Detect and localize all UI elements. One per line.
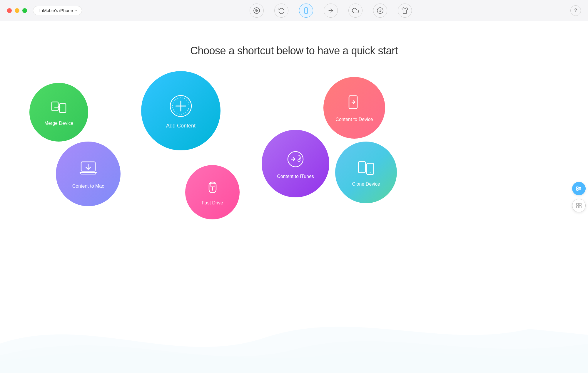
nav-icons: iOS	[91, 4, 570, 18]
svg-text:iOS: iOS	[328, 10, 331, 11]
list-view-button[interactable]	[572, 182, 586, 195]
svg-point-21	[288, 152, 303, 167]
content-to-device-button[interactable]: Content to Device	[323, 77, 385, 139]
help-button[interactable]: ?	[570, 5, 581, 16]
shortcuts-container: Merge Device Add Content	[0, 74, 564, 373]
apple-icon: 	[38, 8, 40, 13]
main-content: Choose a shortcut below to have a quick …	[0, 21, 588, 373]
nav-toolkit-button[interactable]	[398, 4, 412, 18]
nav-device-button[interactable]	[299, 4, 313, 18]
nav-backup-button[interactable]	[274, 4, 288, 18]
minimize-button[interactable]	[15, 8, 19, 13]
content-itunes-icon	[284, 148, 307, 172]
merge-device-button[interactable]: Merge Device	[29, 83, 88, 142]
svg-rect-27	[577, 187, 578, 189]
add-content-label: Add Content	[166, 123, 196, 129]
content-device-icon	[344, 93, 364, 115]
clone-icon	[356, 158, 376, 179]
content-mac-label: Content to Mac	[72, 184, 104, 189]
clone-device-button[interactable]: Clone Device	[335, 142, 397, 203]
maximize-button[interactable]	[22, 8, 27, 13]
grid-view-button[interactable]	[572, 199, 586, 212]
nav-music-button[interactable]	[250, 4, 264, 18]
page-title: Choose a shortcut below to have a quick …	[0, 45, 588, 57]
svg-point-22	[298, 159, 300, 162]
close-button[interactable]	[7, 8, 12, 13]
svg-rect-33	[579, 203, 581, 205]
svg-rect-28	[577, 189, 578, 190]
fast-drive-button[interactable]: Fast Drive	[185, 165, 240, 219]
fast-drive-label: Fast Drive	[202, 200, 223, 206]
merge-device-label: Merge Device	[44, 121, 74, 126]
svg-rect-34	[577, 206, 579, 208]
svg-rect-8	[59, 104, 66, 112]
device-name: iMobie's iPhone	[42, 8, 73, 13]
content-to-mac-button[interactable]: Content to Mac	[56, 142, 121, 206]
content-device-label: Content to Device	[335, 117, 373, 122]
merge-icon	[49, 98, 68, 118]
svg-rect-35	[579, 206, 581, 208]
add-content-button[interactable]: Add Content	[141, 71, 220, 150]
svg-rect-19	[210, 183, 215, 186]
svg-rect-7	[52, 102, 58, 111]
device-selector[interactable]:  iMobie's iPhone ▾	[33, 6, 82, 15]
titlebar:  iMobie's iPhone ▾	[0, 0, 588, 21]
chevron-icon: ▾	[75, 9, 77, 12]
clone-device-label: Clone Device	[352, 182, 380, 187]
nav-cloud-button[interactable]	[348, 4, 363, 18]
content-itunes-label: Content to iTunes	[277, 174, 314, 179]
add-icon	[168, 93, 194, 120]
side-panel	[570, 178, 588, 216]
svg-rect-32	[577, 203, 579, 205]
nav-ios-button[interactable]: iOS	[324, 4, 338, 18]
content-mac-icon	[78, 159, 99, 181]
fast-drive-icon	[204, 179, 221, 198]
content-to-itunes-button[interactable]: Content to iTunes	[262, 130, 329, 197]
nav-download-button[interactable]	[373, 4, 387, 18]
svg-rect-2	[305, 8, 308, 14]
window-controls	[7, 8, 27, 13]
